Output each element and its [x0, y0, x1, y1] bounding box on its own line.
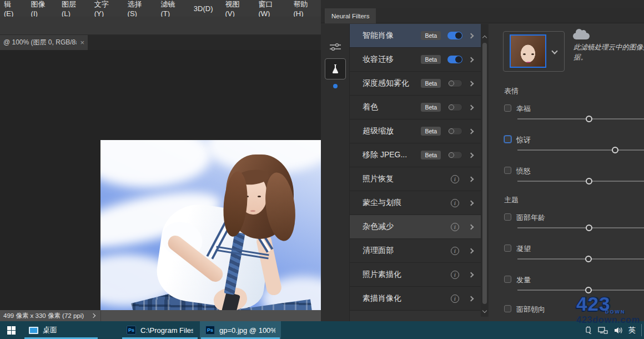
network-icon[interactable] [598, 326, 608, 335]
hair-thickness-checkbox[interactable] [504, 276, 511, 283]
info-icon[interactable]: i [451, 175, 459, 183]
filter-item-makeup-transfer[interactable]: 妆容迁移 Beta [350, 48, 481, 72]
chevron-right-icon[interactable] [469, 200, 474, 206]
filter-item-dust-scratches[interactable]: 蒙尘与划痕 i [350, 191, 481, 215]
filter-settings-pane: 此滤镜处理云中的图像数 据。 表情 幸福 惊讶 愤怒 主题 [489, 24, 644, 321]
menu-type[interactable]: 文字(Y) [88, 0, 122, 17]
hair-thickness-slider[interactable] [517, 290, 644, 291]
slider-handle[interactable] [586, 116, 592, 122]
filter-item-colorize[interactable]: 着色 Beta [350, 96, 481, 119]
taskbar-item-desktop[interactable]: 桌面 [23, 321, 99, 339]
surprise-checkbox[interactable] [504, 136, 511, 143]
document-tab[interactable]: @ 100% (图层 0, RGB/8#) * × [0, 35, 88, 50]
beta-badge: Beta [421, 151, 441, 159]
document-tab-title: @ 100% (图层 0, RGB/8#) * [3, 38, 77, 47]
beta-filters-button[interactable] [325, 58, 346, 79]
usb-icon[interactable] [584, 326, 592, 335]
cloud-processing-note: 此滤镜处理云中的图像数 据。 [573, 42, 644, 62]
chevron-right-icon[interactable] [469, 57, 474, 62]
start-button[interactable] [0, 321, 22, 339]
tab-neural-filters[interactable]: Neural Filters [325, 8, 376, 23]
chevron-right-icon[interactable] [469, 176, 474, 182]
chevron-right-icon[interactable] [469, 152, 474, 158]
filter-item-depth-blur[interactable]: 深度感知雾化 Beta [350, 72, 481, 96]
ime-language-indicator[interactable]: 英 [628, 325, 636, 335]
slider-handle[interactable] [612, 147, 618, 153]
filter-item-smart-portrait[interactable]: 智能肖像 Beta [350, 24, 481, 48]
chevron-right-icon[interactable] [469, 272, 474, 277]
filter-item-photo-to-sketch[interactable]: 照片素描化 i [350, 263, 481, 287]
face-selector-dropdown[interactable] [503, 31, 565, 72]
menu-3d[interactable]: 3D(D) [188, 0, 219, 17]
filter-item-jpeg-artifacts[interactable]: 移除 JPEG... Beta [350, 143, 481, 167]
volume-icon[interactable] [613, 326, 623, 335]
toggle-off-icon[interactable] [447, 151, 462, 159]
windows-taskbar: 桌面 Ps C:\Program Files\A... Ps gp=0.jpg … [0, 321, 644, 339]
toggle-off-icon[interactable] [447, 79, 462, 87]
info-icon[interactable]: i [451, 199, 459, 207]
divider [100, 310, 101, 321]
chevron-right-icon[interactable] [469, 296, 474, 301]
facial-age-checkbox[interactable] [504, 213, 511, 221]
beta-badge: Beta [421, 31, 441, 40]
toggle-on-icon[interactable] [447, 56, 462, 63]
scrollbar-thumb[interactable] [482, 43, 487, 304]
chevron-right-icon[interactable] [469, 224, 474, 230]
menu-image[interactable]: 图像(I) [25, 0, 56, 17]
menu-edit[interactable]: 辑(E) [0, 0, 25, 17]
filter-item-photo-restoration[interactable]: 照片恢复 i [350, 167, 481, 191]
toggle-on-icon[interactable] [447, 32, 462, 39]
taskbar-item-photoshop-1[interactable]: Ps C:\Program Files\A... [121, 321, 199, 339]
close-icon[interactable]: × [80, 38, 84, 47]
status-expand-icon[interactable] [91, 313, 95, 318]
slider-handle[interactable] [585, 287, 592, 293]
filter-item-sketch-to-portrait[interactable]: 素描肖像化 i [350, 287, 481, 311]
slider-surprise: 惊讶 [504, 136, 644, 158]
happiness-checkbox[interactable] [504, 104, 511, 112]
filter-item-super-zoom[interactable]: 超级缩放 Beta [350, 119, 481, 143]
filter-item-noise-reduction[interactable]: 杂色减少 i [350, 215, 481, 239]
toggle-off-icon[interactable] [447, 127, 462, 135]
chevron-right-icon[interactable] [469, 128, 474, 134]
slider-gaze: 凝望 [504, 245, 644, 267]
toggle-off-icon[interactable] [447, 103, 462, 111]
slider-handle[interactable] [586, 225, 592, 231]
menu-select[interactable]: 选择(S) [122, 0, 155, 17]
taskbar-item-photoshop-2-active[interactable]: Ps gp=0.jpg @ 100% (... [200, 321, 281, 339]
windows-logo-icon [7, 326, 16, 335]
gaze-checkbox[interactable] [504, 245, 511, 252]
info-icon[interactable]: i [451, 247, 459, 255]
filter-item-face-cleanup[interactable]: 清理面部 i [350, 239, 481, 263]
gaze-slider[interactable] [517, 258, 644, 260]
chevron-right-icon[interactable] [469, 248, 474, 253]
info-icon[interactable]: i [451, 295, 459, 303]
facial-age-slider[interactable] [517, 227, 644, 228]
surprise-slider[interactable] [517, 149, 644, 151]
all-filters-icon[interactable] [329, 42, 342, 53]
status-bar: 499 像素 x 330 像素 (72 ppi) [0, 310, 321, 321]
scroll-down-icon[interactable] [482, 308, 487, 313]
menu-layer[interactable]: 图层(L) [56, 0, 88, 17]
menu-view[interactable]: 视图(V) [219, 0, 252, 17]
happiness-slider[interactable] [517, 118, 644, 119]
filter-list-scrollbar[interactable] [481, 24, 489, 317]
canvas-area[interactable] [0, 50, 321, 310]
chevron-right-icon[interactable] [469, 33, 474, 38]
chevron-right-icon[interactable] [469, 104, 474, 110]
head-direction-checkbox[interactable] [504, 305, 511, 312]
anger-checkbox[interactable] [504, 167, 511, 174]
photo-lips [250, 210, 255, 212]
window-top-strip [321, 0, 644, 8]
scroll-up-icon[interactable] [482, 36, 487, 40]
slider-handle[interactable] [585, 256, 592, 262]
menu-filter[interactable]: 滤镜(T) [155, 0, 188, 17]
slider-handle[interactable] [586, 178, 592, 185]
chevron-right-icon[interactable] [469, 81, 474, 86]
menu-help[interactable]: 帮助(H) [287, 0, 321, 17]
neural-filters-panel: Neural Filters 智能肖像 Beta [321, 8, 644, 321]
anger-slider[interactable] [517, 181, 644, 182]
info-icon[interactable]: i [451, 223, 459, 231]
info-icon[interactable]: i [451, 271, 459, 279]
menu-window[interactable]: 窗口(W) [252, 0, 287, 17]
active-filter-indicator-dot [333, 84, 338, 88]
